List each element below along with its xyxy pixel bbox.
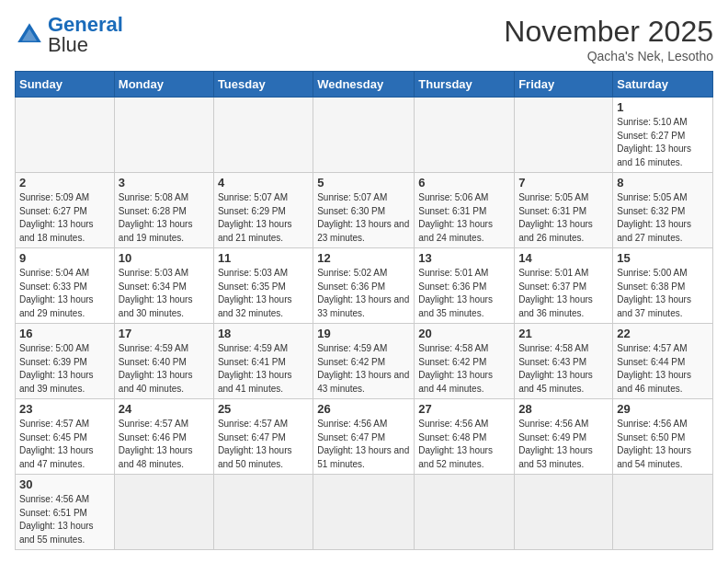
calendar-day-cell: 4Sunrise: 5:07 AM Sunset: 6:29 PM Daylig… <box>213 173 313 248</box>
day-number: 4 <box>218 176 309 190</box>
day-number: 11 <box>218 251 309 265</box>
day-info: Sunrise: 4:56 AM Sunset: 6:47 PM Dayligh… <box>317 418 410 471</box>
day-info: Sunrise: 5:10 AM Sunset: 6:27 PM Dayligh… <box>617 116 709 169</box>
day-number: 17 <box>119 327 210 340</box>
calendar-day-cell: 6Sunrise: 5:06 AM Sunset: 6:31 PM Daylig… <box>415 173 515 248</box>
calendar-day-cell: 16Sunrise: 5:00 AM Sunset: 6:39 PM Dayli… <box>16 324 115 399</box>
calendar-day-cell <box>313 475 415 550</box>
calendar-day-cell: 8Sunrise: 5:05 AM Sunset: 6:32 PM Daylig… <box>613 173 713 248</box>
calendar-day-cell: 19Sunrise: 4:59 AM Sunset: 6:42 PM Dayli… <box>313 324 415 399</box>
calendar-day-cell: 12Sunrise: 5:02 AM Sunset: 6:36 PM Dayli… <box>313 248 415 324</box>
day-number: 9 <box>19 251 110 265</box>
day-info: Sunrise: 4:56 AM Sunset: 6:50 PM Dayligh… <box>617 418 709 471</box>
day-info: Sunrise: 5:01 AM Sunset: 6:36 PM Dayligh… <box>418 267 510 320</box>
calendar-day-cell: 14Sunrise: 5:01 AM Sunset: 6:37 PM Dayli… <box>515 248 613 324</box>
calendar-week-row: 30Sunrise: 4:56 AM Sunset: 6:51 PM Dayli… <box>16 475 713 550</box>
day-info: Sunrise: 5:03 AM Sunset: 6:34 PM Dayligh… <box>119 267 210 320</box>
day-info: Sunrise: 5:00 AM Sunset: 6:39 PM Dayligh… <box>19 342 110 396</box>
calendar-day-cell: 30Sunrise: 4:56 AM Sunset: 6:51 PM Dayli… <box>16 475 115 550</box>
calendar-day-cell: 9Sunrise: 5:04 AM Sunset: 6:33 PM Daylig… <box>16 248 115 324</box>
day-info: Sunrise: 5:01 AM Sunset: 6:37 PM Dayligh… <box>518 267 609 320</box>
day-number: 24 <box>119 402 210 416</box>
calendar-day-cell: 1Sunrise: 5:10 AM Sunset: 6:27 PM Daylig… <box>613 98 713 173</box>
day-info: Sunrise: 4:56 AM Sunset: 6:51 PM Dayligh… <box>19 493 110 546</box>
day-info: Sunrise: 5:09 AM Sunset: 6:27 PM Dayligh… <box>19 191 110 245</box>
day-number: 8 <box>617 176 709 190</box>
calendar-day-cell: 27Sunrise: 4:56 AM Sunset: 6:48 PM Dayli… <box>415 399 515 475</box>
day-info: Sunrise: 4:56 AM Sunset: 6:48 PM Dayligh… <box>418 418 510 471</box>
day-number: 15 <box>617 251 709 265</box>
day-number: 16 <box>19 327 110 340</box>
calendar-day-cell: 23Sunrise: 4:57 AM Sunset: 6:45 PM Dayli… <box>16 399 115 475</box>
day-number: 12 <box>317 251 410 265</box>
calendar-day-cell <box>114 475 213 550</box>
weekday-header-wednesday: Wednesday <box>313 72 415 98</box>
calendar-week-row: 16Sunrise: 5:00 AM Sunset: 6:39 PM Dayli… <box>16 324 713 399</box>
calendar-day-cell: 18Sunrise: 4:59 AM Sunset: 6:41 PM Dayli… <box>213 324 313 399</box>
day-info: Sunrise: 4:57 AM Sunset: 6:46 PM Dayligh… <box>119 418 210 471</box>
calendar-day-cell: 20Sunrise: 4:58 AM Sunset: 6:42 PM Dayli… <box>415 324 515 399</box>
calendar-day-cell <box>613 475 713 550</box>
calendar-day-cell: 28Sunrise: 4:56 AM Sunset: 6:49 PM Dayli… <box>515 399 613 475</box>
page-header: GeneralBlue November 2025 Qacha's Nek, L… <box>15 15 713 63</box>
day-number: 5 <box>317 176 410 190</box>
calendar-day-cell <box>515 98 613 173</box>
weekday-header-monday: Monday <box>114 72 213 98</box>
day-info: Sunrise: 4:59 AM Sunset: 6:42 PM Dayligh… <box>317 342 410 396</box>
day-info: Sunrise: 5:08 AM Sunset: 6:28 PM Dayligh… <box>119 191 210 245</box>
calendar-day-cell: 17Sunrise: 4:59 AM Sunset: 6:40 PM Dayli… <box>114 324 213 399</box>
logo: GeneralBlue <box>15 15 123 55</box>
calendar-day-cell <box>16 98 115 173</box>
calendar-day-cell <box>313 98 415 173</box>
weekday-header-row: SundayMondayTuesdayWednesdayThursdayFrid… <box>16 72 713 98</box>
day-number: 21 <box>518 327 609 340</box>
day-number: 30 <box>19 477 110 491</box>
calendar-day-cell <box>213 98 313 173</box>
calendar-day-cell <box>415 98 515 173</box>
weekday-header-sunday: Sunday <box>16 72 115 98</box>
day-info: Sunrise: 5:00 AM Sunset: 6:38 PM Dayligh… <box>617 267 709 320</box>
day-number: 23 <box>19 402 110 416</box>
day-number: 25 <box>218 402 309 416</box>
calendar-week-row: 9Sunrise: 5:04 AM Sunset: 6:33 PM Daylig… <box>16 248 713 324</box>
weekday-header-tuesday: Tuesday <box>213 72 313 98</box>
calendar-day-cell: 21Sunrise: 4:58 AM Sunset: 6:43 PM Dayli… <box>515 324 613 399</box>
day-info: Sunrise: 5:07 AM Sunset: 6:30 PM Dayligh… <box>317 191 410 245</box>
day-number: 28 <box>518 402 609 416</box>
day-info: Sunrise: 4:57 AM Sunset: 6:47 PM Dayligh… <box>218 418 309 471</box>
day-number: 13 <box>418 251 510 265</box>
calendar-day-cell: 2Sunrise: 5:09 AM Sunset: 6:27 PM Daylig… <box>16 173 115 248</box>
day-number: 2 <box>19 176 110 190</box>
calendar-day-cell: 7Sunrise: 5:05 AM Sunset: 6:31 PM Daylig… <box>515 173 613 248</box>
day-info: Sunrise: 4:59 AM Sunset: 6:41 PM Dayligh… <box>218 342 309 396</box>
calendar-table: SundayMondayTuesdayWednesdayThursdayFrid… <box>15 71 713 550</box>
calendar-day-cell: 25Sunrise: 4:57 AM Sunset: 6:47 PM Dayli… <box>213 399 313 475</box>
day-info: Sunrise: 4:57 AM Sunset: 6:45 PM Dayligh… <box>19 418 110 471</box>
day-number: 20 <box>418 327 510 340</box>
day-number: 14 <box>518 251 609 265</box>
day-number: 3 <box>119 176 210 190</box>
day-info: Sunrise: 5:04 AM Sunset: 6:33 PM Dayligh… <box>19 267 110 320</box>
calendar-day-cell: 13Sunrise: 5:01 AM Sunset: 6:36 PM Dayli… <box>415 248 515 324</box>
month-title: November 2025 <box>504 15 713 49</box>
day-info: Sunrise: 5:02 AM Sunset: 6:36 PM Dayligh… <box>317 267 410 320</box>
calendar-day-cell: 3Sunrise: 5:08 AM Sunset: 6:28 PM Daylig… <box>114 173 213 248</box>
day-info: Sunrise: 5:06 AM Sunset: 6:31 PM Dayligh… <box>418 191 510 245</box>
calendar-day-cell: 11Sunrise: 5:03 AM Sunset: 6:35 PM Dayli… <box>213 248 313 324</box>
calendar-week-row: 2Sunrise: 5:09 AM Sunset: 6:27 PM Daylig… <box>16 173 713 248</box>
calendar-day-cell: 22Sunrise: 4:57 AM Sunset: 6:44 PM Dayli… <box>613 324 713 399</box>
calendar-day-cell <box>415 475 515 550</box>
day-number: 27 <box>418 402 510 416</box>
calendar-week-row: 1Sunrise: 5:10 AM Sunset: 6:27 PM Daylig… <box>16 98 713 173</box>
day-number: 22 <box>617 327 709 340</box>
calendar-day-cell <box>515 475 613 550</box>
day-number: 7 <box>518 176 609 190</box>
calendar-week-row: 23Sunrise: 4:57 AM Sunset: 6:45 PM Dayli… <box>16 399 713 475</box>
day-info: Sunrise: 5:05 AM Sunset: 6:31 PM Dayligh… <box>518 191 609 245</box>
day-info: Sunrise: 4:57 AM Sunset: 6:44 PM Dayligh… <box>617 342 709 396</box>
day-info: Sunrise: 5:03 AM Sunset: 6:35 PM Dayligh… <box>218 267 309 320</box>
logo-text: GeneralBlue <box>48 15 123 55</box>
day-info: Sunrise: 4:58 AM Sunset: 6:43 PM Dayligh… <box>518 342 609 396</box>
calendar-day-cell: 29Sunrise: 4:56 AM Sunset: 6:50 PM Dayli… <box>613 399 713 475</box>
weekday-header-saturday: Saturday <box>613 72 713 98</box>
